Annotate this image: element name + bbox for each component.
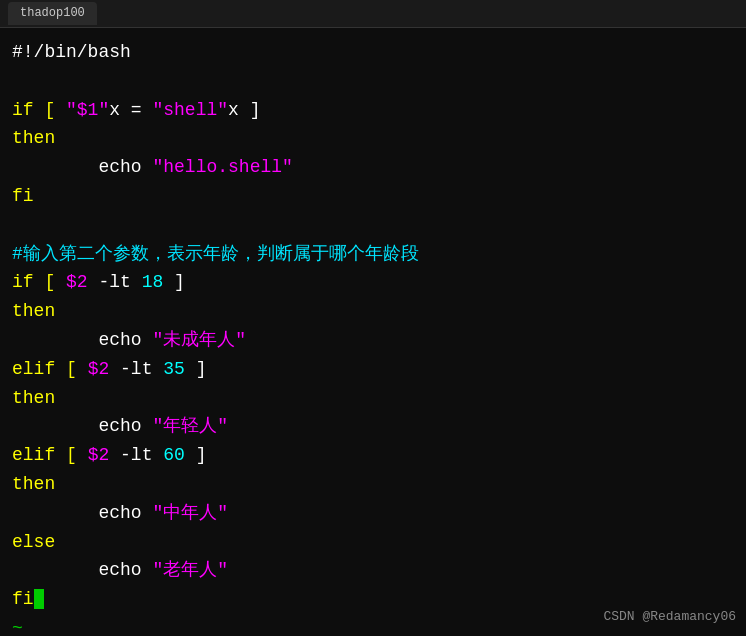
code-line: echo "年轻人" <box>12 412 734 441</box>
code-line: echo "中年人" <box>12 499 734 528</box>
code-line <box>12 67 734 96</box>
code-line: then <box>12 124 734 153</box>
terminal-tab[interactable]: thadop100 <box>8 2 97 25</box>
code-line: then <box>12 384 734 413</box>
code-line: else <box>12 528 734 557</box>
code-line: echo "老年人" <box>12 556 734 585</box>
code-line: then <box>12 297 734 326</box>
code-line: then <box>12 470 734 499</box>
code-line <box>12 211 734 240</box>
code-line: #!/bin/bash <box>12 38 734 67</box>
code-line: if [ "$1"x = "shell"x ] <box>12 96 734 125</box>
code-line: fi <box>12 182 734 211</box>
watermark: CSDN @Redamancy06 <box>603 607 736 628</box>
code-line: if [ $2 -lt 18 ] <box>12 268 734 297</box>
code-line: elif [ $2 -lt 60 ] <box>12 441 734 470</box>
code-line: elif [ $2 -lt 35 ] <box>12 355 734 384</box>
terminal-cursor <box>34 589 44 609</box>
code-line: #输入第二个参数，表示年龄，判断属于哪个年龄段 <box>12 240 734 269</box>
code-line: echo "hello.shell" <box>12 153 734 182</box>
tab-bar: thadop100 <box>0 0 746 28</box>
code-line: echo "未成年人" <box>12 326 734 355</box>
code-block: #!/bin/bashif [ "$1"x = "shell"x ]then e… <box>12 34 734 636</box>
terminal: thadop100 #!/bin/bashif [ "$1"x = "shell… <box>0 0 746 636</box>
